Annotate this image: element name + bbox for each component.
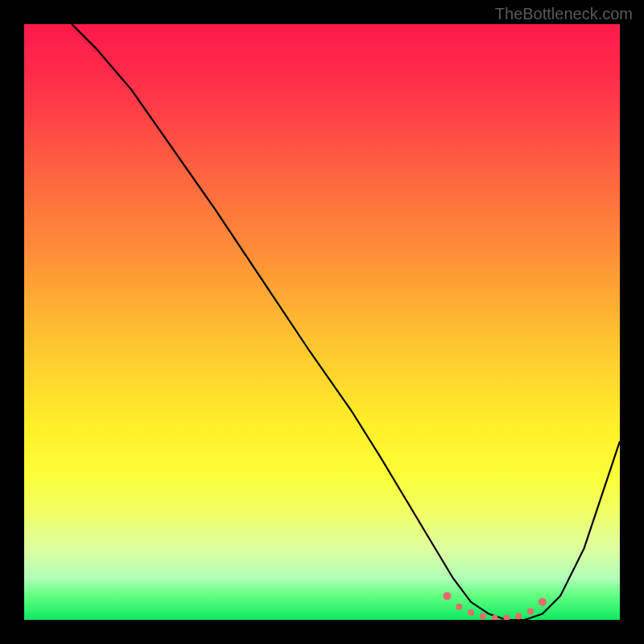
marker-dot	[503, 615, 510, 620]
chart-plot-area	[24, 24, 620, 620]
marker-dot	[527, 609, 534, 615]
watermark-text: TheBottleneck.com	[495, 5, 633, 23]
chart-svg	[24, 24, 620, 620]
bottleneck-curve-line	[72, 24, 620, 620]
marker-dot	[539, 598, 547, 606]
marker-dot	[456, 604, 462, 610]
marker-dot	[480, 613, 486, 620]
marker-dot	[443, 592, 451, 600]
marker-dot	[468, 609, 474, 616]
marker-dot	[515, 613, 522, 620]
flat-region-markers	[443, 592, 546, 620]
